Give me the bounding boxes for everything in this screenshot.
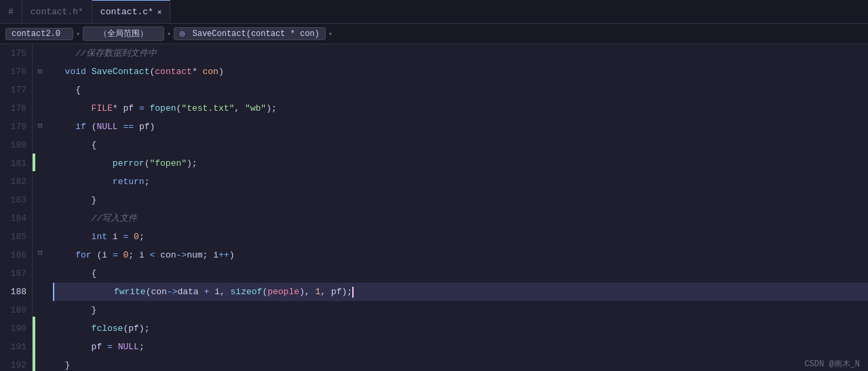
code-line-187: { — [53, 264, 868, 283]
func-icon: ◎ — [180, 29, 185, 39]
code-line-191: pf = NULL; — [53, 338, 868, 356]
code-line-192: } — [53, 356, 868, 371]
breadcrumb-bar: contact2.0 ▾ （全局范围） ▾ ◎ SaveContact(cont… — [0, 24, 868, 44]
gutter-row-176[interactable]: ⊟ — [33, 63, 48, 81]
line-numbers: 175 176 177 178 179 180 181 182 183 184 … — [0, 44, 33, 371]
fold-icon-186[interactable]: ⊟ — [38, 244, 42, 262]
gutter: ⊟ ⊟ — [33, 44, 48, 371]
close-icon[interactable]: ✕ — [157, 7, 162, 16]
gutter-row-178 — [33, 99, 48, 117]
gutter-row-187 — [33, 262, 48, 281]
gutter-row-182 — [33, 171, 48, 190]
breadcrumb-arrow-1: ▾ — [76, 30, 80, 38]
tab-bar: # contact.h* contact.c* ✕ — [0, 0, 868, 24]
tab-contact-c[interactable]: contact.c* ✕ — [92, 0, 171, 23]
code-line-188: fwrite(con->data + i, sizeof(people), 1,… — [53, 283, 868, 301]
code-line-184: //写入文件 — [53, 209, 868, 228]
breadcrumb-filename[interactable]: contact2.0 — [5, 28, 73, 40]
code-content[interactable]: //保存数据到文件中 void SaveContact(contact* con… — [48, 44, 868, 371]
code-line-183: } — [53, 191, 868, 209]
code-line-182: return; — [53, 173, 868, 191]
tab-contact-c-label: contact.c* — [100, 7, 153, 17]
fold-icon-179[interactable]: ⊟ — [38, 117, 42, 135]
code-line-178: FILE* pf = fopen("test.txt", "wb"); — [53, 99, 868, 118]
gutter-row-183 — [33, 190, 48, 208]
gutter-row-188 — [33, 281, 48, 299]
code-line-185: int i = 0; — [53, 228, 868, 246]
breadcrumb-arrow-2: ▾ — [167, 30, 171, 38]
gutter-row-190 — [33, 317, 48, 335]
gutter-row-186[interactable]: ⊟ — [33, 244, 48, 262]
code-line-175: //保存数据到文件中 — [53, 44, 868, 63]
breadcrumb-scope[interactable]: （全局范围） — [83, 26, 164, 41]
gutter-row-180 — [33, 135, 48, 154]
code-line-176: void SaveContact(contact* con) — [53, 63, 868, 81]
code-area: 175 176 177 178 179 180 181 182 183 184 … — [0, 44, 868, 371]
code-line-190: fclose(pf); — [53, 319, 868, 338]
code-line-181: perror("fopen"); — [53, 154, 868, 173]
gutter-row-185 — [33, 226, 48, 244]
code-line-180: { — [53, 136, 868, 154]
gutter-row-189 — [33, 298, 48, 317]
gutter-row-191 — [33, 335, 48, 353]
breadcrumb-arrow-3: ▾ — [328, 30, 333, 38]
gutter-row-184 — [33, 208, 48, 226]
code-line-177: { — [53, 81, 868, 99]
gutter-row-175 — [33, 44, 48, 63]
gutter-row-192 — [33, 353, 48, 371]
tab-pin[interactable]: # — [0, 0, 22, 23]
watermark: CSDN @南木_N — [796, 357, 868, 371]
fold-icon-176[interactable]: ⊟ — [38, 63, 42, 81]
code-line-179: if (NULL == pf) — [53, 118, 868, 136]
gutter-row-179[interactable]: ⊟ — [33, 117, 48, 135]
gutter-row-177 — [33, 81, 48, 99]
breadcrumb-func[interactable]: ◎ SaveContact(contact * con) — [174, 27, 326, 40]
gutter-row-181 — [33, 154, 48, 172]
tab-contact-h[interactable]: contact.h* — [22, 0, 92, 23]
code-line-189: } — [53, 301, 868, 319]
code-line-186: for (i = 0; i < con->num; i++) — [53, 246, 868, 264]
tab-contact-h-label: contact.h* — [31, 7, 83, 17]
tab-pin-label: # — [8, 7, 14, 17]
